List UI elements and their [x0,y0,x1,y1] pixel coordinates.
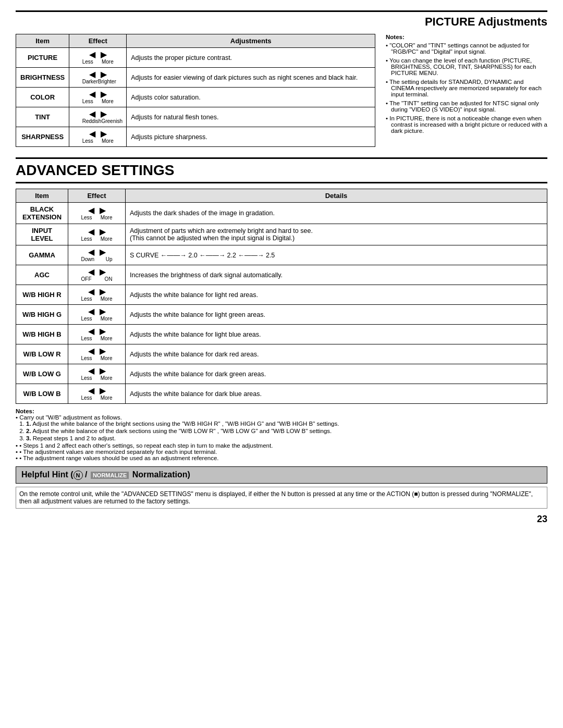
left-label: Less [81,236,92,242]
adv-extra-item: • The adjustment values are memorized se… [16,449,547,455]
arrow-right-icon: ▶ [100,206,106,215]
left-label: Less [82,98,93,104]
right-label: More [101,375,113,381]
arrow-right-icon: ▶ [100,347,106,355]
right-label: Brighter [98,79,116,84]
arrow-right-icon: ▶ [101,130,107,138]
picture-row-adjustment: Adjusts for natural flesh tones. [127,107,375,127]
picture-row-effect: ◀ ▶ Less More [69,127,127,147]
picture-row-effect: ◀ ▶ Darker Brighter [69,68,127,88]
picture-row-item: TINT [16,107,69,127]
picture-notes-list: "COLOR" and "TINT" settings cannot be ad… [386,42,547,134]
n-circle: N [74,471,83,480]
arrow-left-icon: ◀ [88,248,94,256]
right-label: Greenish [101,118,123,124]
picture-row-adjustment: Adjusts for easier viewing of dark pictu… [127,68,375,88]
picture-section: PICTURE Adjustments Item Effect Adjustme… [16,10,547,147]
adv-row-details: Adjusts the white balance for light red … [126,285,547,305]
left-label: Darker [82,79,98,84]
adv-row-details: Adjusts the white balance for dark blue … [126,384,547,404]
adv-row-details: Adjusts the white balance for dark green… [126,364,547,384]
adv-row-item: W/B LOW G [16,364,68,384]
picture-notes-item: "COLOR" and "TINT" settings cannot be ad… [386,42,547,55]
arrow-left-icon: ◀ [88,367,94,375]
left-label: Less [81,355,92,361]
arrow-left-icon: ◀ [88,387,94,395]
picture-table: Item Effect Adjustments PICTURE ◀ ▶ Less… [16,34,375,147]
adv-row-effect: ◀ ▶ OFF ON [68,265,126,285]
picture-row-effect: ◀ ▶ Less More [69,88,127,107]
right-label: Up [106,256,113,262]
right-label: More [102,138,114,144]
arrow-right-icon: ▶ [101,70,107,79]
arrow-left-icon: ◀ [88,307,94,316]
adv-row-item: W/B HIGH G [16,305,68,325]
picture-notes-item: The "TINT" setting can be adjusted for N… [386,100,547,113]
picture-row-adjustment: Adjusts color saturation. [127,88,375,107]
arrow-left-icon: ◀ [88,347,94,355]
picture-row-adjustment: Adjusts picture sharpness. [127,127,375,147]
adv-row-details: S CURVE ←——→ 2.0 ←——→ 2.2 ←——→ 2.5 [126,245,547,265]
right-label: More [101,215,113,220]
adv-row-effect: ◀ ▶ Less More [68,344,126,364]
left-label: Less [81,316,92,322]
arrow-left-icon: ◀ [89,90,95,98]
arrow-right-icon: ▶ [100,367,106,375]
left-label: Less [81,296,92,302]
picture-row-effect: ◀ ▶ Reddish Greenish [69,107,127,127]
adv-notes-item: Carry out "W/B" adjustment as follows. [16,414,547,421]
adv-header-item: Item [16,189,68,203]
arrow-left-icon: ◀ [89,70,95,79]
adv-row-effect: ◀ ▶ Less More [68,203,126,224]
picture-row-adjustment: Adjusts the proper picture contrast. [127,48,375,68]
advanced-notes-title: Notes: [16,408,547,414]
right-label: More [101,316,113,322]
adv-header-details: Details [126,189,547,203]
arrow-right-icon: ▶ [100,307,106,316]
picture-header-effect: Effect [69,34,127,48]
adv-row-effect: ◀ ▶ Less More [68,364,126,384]
adv-row-effect: ◀ ▶ Less More [68,384,126,404]
helpful-hint-box: Helpful Hint (N / NORMALIZE Normalizatio… [16,466,547,484]
picture-row-item: COLOR [16,88,69,107]
adv-numbered-item: 1. Adjust the white balance of the brigh… [26,421,547,427]
adv-extra-item: • Steps 1 and 2 affect each other's sett… [16,442,547,449]
adv-row-item: W/B HIGH B [16,325,68,344]
right-label: More [101,336,113,341]
left-label: Less [81,395,92,401]
picture-row-item: SHARPNESS [16,127,69,147]
right-label: More [101,395,113,401]
arrow-left-icon: ◀ [88,268,94,276]
right-label: More [101,236,113,242]
adv-row-details: Adjustment of parts which are extremely … [126,224,547,245]
left-label: Less [81,215,92,220]
left-label: Less [81,336,92,341]
adv-row-item: GAMMA [16,245,68,265]
arrow-left-icon: ◀ [88,327,94,336]
arrow-right-icon: ▶ [100,248,106,256]
arrow-left-icon: ◀ [88,288,94,296]
left-label: Less [82,59,93,65]
left-label: Less [82,138,93,144]
adv-row-item: W/B LOW R [16,344,68,364]
adv-row-item: W/B HIGH R [16,285,68,305]
helpful-hint-body: On the remote control unit, while the "A… [16,487,547,509]
adv-row-item: INPUTLEVEL [16,224,68,245]
arrow-right-icon: ▶ [101,90,107,98]
arrow-left-icon: ◀ [89,130,95,138]
arrow-left-icon: ◀ [89,51,95,59]
adv-row-item: BLACKEXTENSION [16,203,68,224]
arrow-right-icon: ▶ [100,268,106,276]
picture-row-item: PICTURE [16,48,69,68]
adv-row-effect: ◀ ▶ Less More [68,305,126,325]
adv-row-details: Increases the brightness of dark signal … [126,265,547,285]
left-label: Down [81,256,95,262]
right-label: More [102,98,114,104]
picture-table-wrap: Item Effect Adjustments PICTURE ◀ ▶ Less… [16,34,375,147]
adv-notes-list: Carry out "W/B" adjustment as follows. [16,414,547,421]
arrow-right-icon: ▶ [101,110,107,118]
left-label: Less [81,375,92,381]
adv-row-details: Adjusts the dark shades of the image in … [126,203,547,224]
adv-row-effect: ◀ ▶ Less More [68,285,126,305]
adv-row-details: Adjusts the white balance for light blue… [126,325,547,344]
